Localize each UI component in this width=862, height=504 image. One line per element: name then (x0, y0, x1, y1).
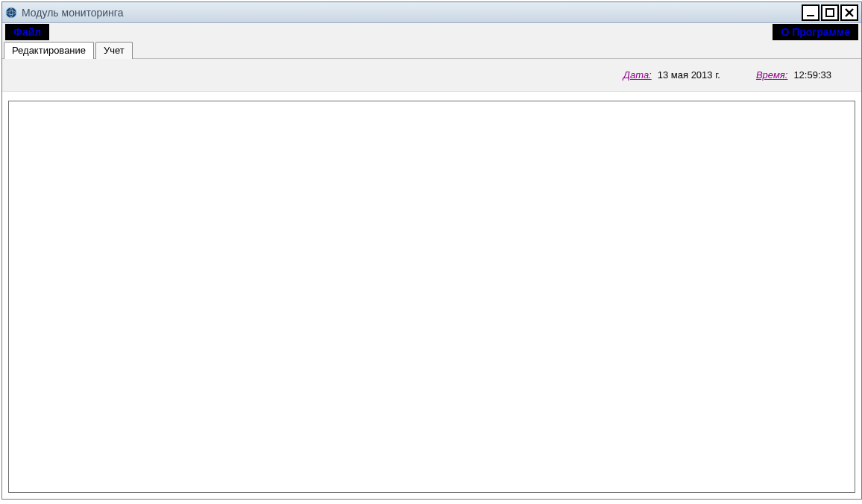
menu-about[interactable]: О Программе (773, 24, 858, 40)
menu-file[interactable]: Файл (5, 24, 49, 40)
close-icon (844, 7, 855, 18)
status-time-value: 12:59:33 (793, 69, 831, 81)
svg-rect-2 (807, 15, 814, 16)
app-window: Модуль мониторинга Файл (1, 1, 862, 500)
tabbar: Редактирование Учет (2, 41, 861, 59)
maximize-icon (825, 7, 835, 18)
app-icon (5, 7, 17, 19)
minimize-button[interactable] (802, 4, 819, 21)
tab-account-label: Учет (104, 45, 125, 56)
status-date-value: 13 мая 2013 г. (658, 69, 720, 81)
svg-rect-3 (826, 9, 834, 16)
status-date-label: Дата: (623, 69, 652, 81)
status-row: Дата: 13 мая 2013 г. Время: 12:59:33 (2, 59, 861, 92)
window-title: Модуль мониторинга (22, 7, 802, 19)
close-button[interactable] (840, 4, 858, 21)
minimize-icon (805, 7, 816, 18)
tab-account[interactable]: Учет (95, 42, 133, 59)
menu-about-label: О Программе (781, 26, 850, 38)
status-time-label: Время: (756, 69, 787, 81)
window-controls (802, 4, 858, 21)
tab-edit-label: Редактирование (12, 45, 86, 56)
menu-file-label: Файл (13, 26, 41, 38)
status-date: Дата: 13 мая 2013 г. (623, 69, 720, 81)
titlebar: Модуль мониторинга (2, 2, 861, 23)
tab-edit[interactable]: Редактирование (4, 42, 94, 59)
menubar: Файл О Программе (2, 23, 861, 41)
status-time: Время: 12:59:33 (756, 69, 831, 81)
content-panel (8, 101, 855, 493)
maximize-button[interactable] (821, 4, 839, 21)
menubar-spacer (49, 23, 773, 41)
